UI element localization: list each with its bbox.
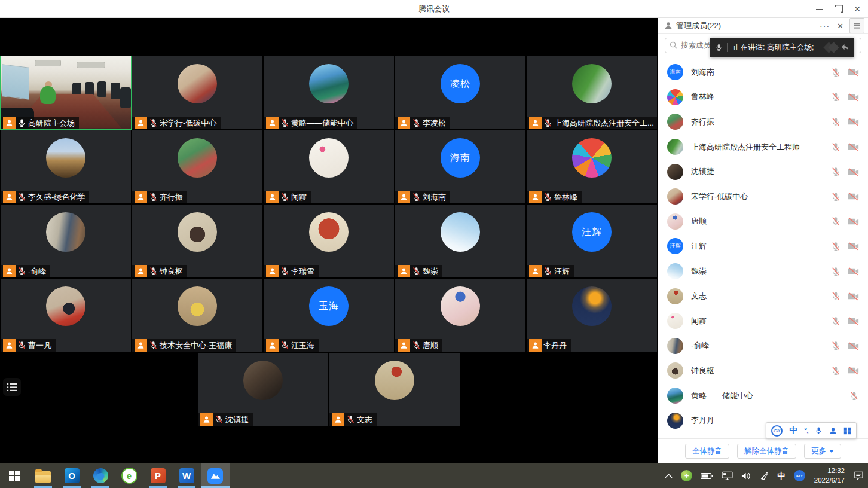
member-row[interactable]: 黄略——储能中心 — [658, 383, 868, 408]
close-button[interactable]: ✕ — [848, 0, 867, 18]
member-row[interactable]: 钟良枢 — [658, 358, 868, 383]
tray-pen-icon[interactable] — [756, 463, 773, 488]
ime-skin-button[interactable] — [843, 427, 851, 435]
video-tile[interactable]: 齐行振 — [132, 130, 263, 204]
mic-muted-icon[interactable] — [849, 391, 859, 401]
ime-punctuation-button[interactable]: °, — [804, 426, 808, 435]
mic-muted-icon[interactable] — [831, 142, 841, 152]
video-tile[interactable]: 李久盛-绿色化学 — [0, 130, 132, 204]
mic-muted-icon[interactable] — [831, 316, 841, 326]
restore-button[interactable] — [829, 0, 848, 18]
taskbar-clock[interactable]: 12:322022/6/17 — [809, 463, 849, 488]
camera-muted-icon[interactable] — [848, 167, 859, 176]
tray-display-icon[interactable] — [717, 463, 737, 488]
mic-muted-icon[interactable] — [831, 341, 841, 350]
camera-muted-icon[interactable] — [848, 93, 859, 102]
list-icon — [7, 383, 17, 392]
camera-muted-icon[interactable] — [848, 192, 859, 201]
video-tile[interactable]: 上海高研院殷杰注册安全工... — [526, 56, 658, 130]
camera-muted-icon[interactable] — [848, 341, 859, 350]
video-tile[interactable]: 汪辉 汪辉 — [526, 204, 658, 278]
member-row[interactable]: 上海高研院殷杰注册安全工程师 — [658, 135, 868, 160]
video-tile[interactable]: 高研院主会场 — [0, 56, 132, 130]
ime-user-button[interactable] — [829, 427, 837, 435]
chair — [97, 81, 106, 97]
video-tile[interactable]: 宋学行-低碳中心 — [132, 56, 263, 130]
mic-muted-icon[interactable] — [831, 192, 841, 202]
camera-muted-icon[interactable] — [848, 142, 859, 151]
video-tile[interactable]: 李丹丹 — [526, 278, 658, 352]
camera-muted-icon[interactable] — [848, 316, 859, 325]
panel-dock-button[interactable] — [849, 18, 864, 33]
camera-muted-icon[interactable] — [848, 68, 859, 77]
minimize-button[interactable] — [809, 0, 829, 18]
member-row[interactable]: 闻霞 — [658, 309, 868, 334]
video-tile[interactable]: 沈镇捷 — [197, 352, 329, 426]
member-row[interactable]: 文志 — [658, 283, 868, 309]
ifly-logo-icon[interactable]: iFLY — [771, 425, 783, 437]
member-row[interactable]: 齐行振 — [658, 109, 868, 135]
member-row[interactable]: 魏崇 — [658, 259, 868, 284]
video-tile[interactable]: 技术安全中心-王福康 — [132, 278, 263, 352]
taskbar-outlook[interactable]: O — [57, 463, 86, 488]
mute-all-button[interactable]: 全体静音 — [685, 444, 729, 459]
member-row[interactable]: 汪辉 汪辉 — [658, 234, 868, 259]
video-tile[interactable]: 玉海 江玉海 — [263, 278, 395, 352]
camera-muted-icon[interactable] — [848, 366, 859, 375]
tray-battery-icon[interactable] — [696, 463, 717, 488]
notification-center-button[interactable] — [849, 463, 868, 488]
video-tile[interactable]: 唐顺 — [395, 278, 526, 352]
taskbar-tencent-meeting[interactable] — [201, 463, 230, 488]
member-row[interactable]: 海南 刘海南 — [658, 60, 868, 85]
member-row[interactable]: 鲁林峰 — [658, 85, 868, 110]
video-tile[interactable]: 文志 — [329, 352, 460, 426]
video-tile[interactable]: 曹一凡 — [0, 278, 132, 352]
camera-muted-icon[interactable] — [848, 292, 859, 301]
video-tile[interactable]: 鲁林峰 — [526, 130, 658, 204]
video-tile[interactable]: -俞峰 — [0, 204, 132, 278]
mic-muted-icon[interactable] — [831, 267, 841, 276]
mic-muted-icon[interactable] — [831, 242, 841, 251]
video-tile[interactable]: 凌松 李凌松 — [395, 56, 526, 130]
video-tile[interactable]: 闻霞 — [263, 130, 395, 204]
host-person-icon — [531, 267, 539, 275]
start-button[interactable] — [0, 463, 29, 488]
member-row[interactable]: 沈镇捷 — [658, 159, 868, 184]
taskbar-file-explorer[interactable] — [29, 463, 57, 488]
video-tile[interactable]: 黄略——储能中心 — [263, 56, 395, 130]
member-row[interactable]: 唐顺 — [658, 209, 868, 234]
mic-muted-icon[interactable] — [831, 167, 841, 176]
camera-muted-icon[interactable] — [848, 267, 859, 276]
mic-muted-icon[interactable] — [831, 117, 841, 127]
member-row[interactable]: -俞峰 — [658, 334, 868, 359]
ime-language-button[interactable]: 中 — [789, 425, 797, 436]
tray-volume-icon[interactable] — [737, 463, 756, 488]
video-tile[interactable]: 李瑞雪 — [263, 204, 395, 278]
panel-more-menu[interactable]: ··· — [816, 21, 833, 30]
member-list-toggle-button[interactable] — [3, 378, 21, 396]
video-tile[interactable]: 海南 刘海南 — [395, 130, 526, 204]
tray-expand-chevron[interactable] — [661, 463, 677, 488]
tray-ifly-icon[interactable]: iFLY — [790, 463, 809, 488]
taskbar-powerpoint[interactable]: P — [143, 463, 172, 488]
video-tile[interactable]: 钟良枢 — [132, 204, 263, 278]
unmute-all-button[interactable]: 解除全体静音 — [737, 444, 796, 459]
mic-muted-icon[interactable] — [831, 92, 841, 102]
camera-muted-icon[interactable] — [848, 117, 859, 126]
panel-close-button[interactable]: ✕ — [833, 22, 847, 30]
camera-muted-icon[interactable] — [848, 217, 859, 226]
taskbar-word[interactable]: W — [172, 463, 201, 488]
mic-muted-icon[interactable] — [831, 291, 841, 301]
member-row[interactable]: 宋学行-低碳中心 — [658, 184, 868, 209]
taskbar-edge[interactable] — [86, 463, 115, 488]
taskbar-360-browser[interactable]: e — [115, 463, 143, 488]
tray-ime-indicator[interactable]: 中 — [773, 463, 790, 488]
video-tile[interactable]: 魏崇 — [395, 204, 526, 278]
mic-muted-icon[interactable] — [831, 68, 841, 77]
mic-muted-icon[interactable] — [831, 366, 841, 376]
ime-voice-button[interactable] — [815, 426, 823, 435]
more-button[interactable]: 更多 — [804, 444, 841, 459]
mic-muted-icon[interactable] — [831, 216, 841, 226]
tray-360-safety-icon[interactable]: + — [677, 463, 696, 488]
camera-muted-icon[interactable] — [848, 242, 859, 251]
